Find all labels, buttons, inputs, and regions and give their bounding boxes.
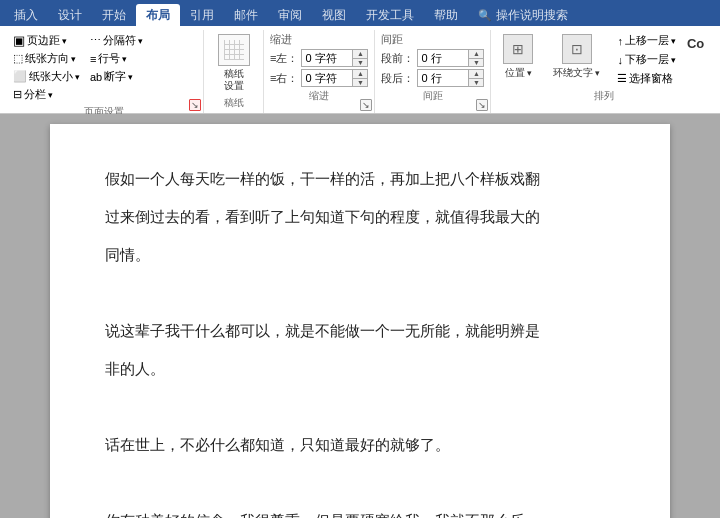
tab-layout[interactable]: 布局 — [136, 4, 180, 26]
tab-mail[interactable]: 邮件 — [224, 4, 268, 26]
tab-review[interactable]: 审阅 — [268, 4, 312, 26]
hyphen-button[interactable]: ab 断字 ▾ — [87, 68, 146, 85]
orientation-button[interactable]: ⬚ 纸张方向 ▾ — [10, 50, 83, 67]
arrange-group: ⊞ 位置 ▾ ⊡ 环绕文字 ▾ — [491, 30, 716, 113]
search-icon: 🔍 — [478, 9, 492, 22]
up-layer-button[interactable]: ↑ 上移一层 ▾ — [614, 32, 679, 49]
spacing-after-label: 段后： — [381, 71, 414, 86]
select-pane-icon: ☰ — [617, 72, 627, 85]
tab-devtools[interactable]: 开发工具 — [356, 4, 424, 26]
spacing-before-up[interactable]: ▲ — [469, 50, 483, 58]
ribbon-toolbar: ▣ 页边距 ▾ ⬚ 纸张方向 ▾ ⬜ 纸张大小 ▾ ⊟ 分栏 ▾ — [0, 26, 720, 114]
margin-icon: ▣ — [13, 33, 25, 48]
document-text: 假如一个人每天吃一样的饭，干一样的活，再加上把八个样板戏翻 过来倒过去的看，看到… — [105, 164, 615, 518]
paragraph-5: 说这辈子我干什么都可以，就是不能做一个一无所能，就能明辨是 — [105, 316, 615, 346]
hyphen-dropdown-icon: ▾ — [128, 72, 133, 82]
indent-header: 缩进 — [270, 32, 292, 47]
spacing-dialog-launcher[interactable]: ↘ — [476, 99, 488, 111]
tab-search[interactable]: 🔍 操作说明搜索 — [468, 4, 578, 26]
column-icon: ⊟ — [13, 88, 22, 101]
position-button[interactable]: ⊞ 位置 ▾ — [497, 32, 539, 82]
size-icon: ⬜ — [13, 70, 27, 83]
position-col: ⊞ 位置 ▾ — [497, 32, 539, 82]
spacing-before-input[interactable]: ▲ ▼ — [417, 49, 484, 67]
margin-button[interactable]: ▣ 页边距 ▾ — [10, 32, 83, 49]
spacing-after-spin: ▲ ▼ — [468, 70, 483, 86]
indent-left-row: ≡左： ▲ ▼ — [270, 49, 368, 67]
spacing-before-field[interactable] — [418, 50, 468, 66]
indent-right-down[interactable]: ▼ — [353, 78, 367, 86]
breaks-button[interactable]: ⋯ 分隔符 ▾ — [87, 32, 146, 49]
indent-right-input[interactable]: ▲ ▼ — [301, 69, 368, 87]
up-layer-dropdown-icon: ▾ — [671, 36, 676, 46]
page-setup-group: ▣ 页边距 ▾ ⬚ 纸张方向 ▾ ⬜ 纸张大小 ▾ ⊟ 分栏 ▾ — [4, 30, 204, 113]
arrange-group-label: 排列 — [497, 87, 710, 105]
spacing-col: 段前： ▲ ▼ 段后： ▲ ▼ — [381, 49, 484, 87]
tab-start[interactable]: 开始 — [92, 4, 136, 26]
down-layer-dropdown-icon: ▾ — [671, 55, 676, 65]
spacing-before-spin: ▲ ▼ — [468, 50, 483, 66]
tab-view[interactable]: 视图 — [312, 4, 356, 26]
tab-help[interactable]: 帮助 — [424, 4, 468, 26]
line-icon: ≡ — [90, 53, 96, 65]
spacing-after-field[interactable] — [418, 70, 468, 86]
paragraph-2: 过来倒过去的看，看到听了上句知道下句的程度，就值得我最大的 — [105, 202, 615, 232]
indent-left-down[interactable]: ▼ — [353, 58, 367, 66]
column-button[interactable]: ⊟ 分栏 ▾ — [10, 86, 83, 103]
spacing-after-down[interactable]: ▼ — [469, 78, 483, 86]
watermark-label: 稿纸设置 — [224, 68, 244, 92]
page-setup-right: ⋯ 分隔符 ▾ ≡ 行号 ▾ ab 断字 ▾ — [87, 32, 146, 85]
breaks-dropdown-icon: ▾ — [138, 36, 143, 46]
column-dropdown-icon: ▾ — [48, 90, 53, 100]
indent-left-field[interactable] — [302, 50, 352, 66]
down-layer-icon: ↓ — [617, 54, 623, 66]
envtext-icon: ⊡ — [562, 34, 592, 64]
spacing-after-up[interactable]: ▲ — [469, 70, 483, 78]
watermark-group: 稿纸设置 稿纸 — [204, 30, 264, 113]
paragraph-1: 假如一个人每天吃一样的饭，干一样的活，再加上把八个样板戏翻 — [105, 164, 615, 194]
paragraph-7 — [105, 392, 615, 422]
position-dropdown-icon: ▾ — [527, 68, 532, 78]
tab-reference[interactable]: 引用 — [180, 4, 224, 26]
paragraph-3: 同情。 — [105, 240, 615, 270]
watermark-button[interactable]: 稿纸设置 — [214, 32, 254, 94]
indent-group: 缩进 ≡左： ▲ ▼ ≡右： ▲ ▼ — [264, 30, 375, 113]
up-layer-icon: ↑ — [617, 35, 623, 47]
spacing-before-row: 段前： ▲ ▼ — [381, 49, 484, 67]
tab-insert[interactable]: 插入 — [4, 4, 48, 26]
margin-dropdown-icon: ▾ — [62, 36, 67, 46]
indent-dialog-launcher[interactable]: ↘ — [360, 99, 372, 111]
tab-design[interactable]: 设计 — [48, 4, 92, 26]
breaks-icon: ⋯ — [90, 34, 101, 47]
envtext-label: 环绕文字 ▾ — [553, 66, 600, 80]
co-label: Co — [687, 32, 704, 51]
indent-right-spin: ▲ ▼ — [352, 70, 367, 86]
page-setup-dialog-launcher[interactable]: ↘ — [189, 99, 201, 111]
indent-left-input[interactable]: ▲ ▼ — [301, 49, 368, 67]
document-area: ⌐ ¬ 假如一个人每天吃一样的饭，干一样的活，再加上把八个样板戏翻 过来倒过去的… — [0, 114, 720, 518]
watermark-content: 稿纸设置 — [210, 32, 257, 94]
paragraph-6: 非的人。 — [105, 354, 615, 384]
page-setup-content: ▣ 页边距 ▾ ⬚ 纸张方向 ▾ ⬜ 纸张大小 ▾ ⊟ 分栏 ▾ — [10, 32, 197, 103]
indent-right-up[interactable]: ▲ — [353, 70, 367, 78]
size-button[interactable]: ⬜ 纸张大小 ▾ — [10, 68, 83, 85]
indent-left-label: ≡左： — [270, 51, 298, 66]
spacing-before-label: 段前： — [381, 51, 414, 66]
paragraph-10: 你有种美好的信念，我很尊重，但是要硬塞给我，我就不那么乐 — [105, 506, 615, 518]
envtext-button[interactable]: ⊡ 环绕文字 ▾ — [547, 32, 606, 82]
layer-col: ↑ 上移一层 ▾ ↓ 下移一层 ▾ ☰ 选择窗格 — [614, 32, 679, 87]
page-setup-left: ▣ 页边距 ▾ ⬚ 纸张方向 ▾ ⬜ 纸张大小 ▾ ⊟ 分栏 ▾ — [10, 32, 83, 103]
arrange-content: ⊞ 位置 ▾ ⊡ 环绕文字 ▾ — [497, 32, 710, 87]
envtext-col: ⊡ 环绕文字 ▾ — [547, 32, 606, 82]
select-pane-button[interactable]: ☰ 选择窗格 — [614, 70, 679, 87]
spacing-before-down[interactable]: ▼ — [469, 58, 483, 66]
down-layer-button[interactable]: ↓ 下移一层 ▾ — [614, 51, 679, 68]
spacing-after-input[interactable]: ▲ ▼ — [417, 69, 484, 87]
size-dropdown-icon: ▾ — [75, 72, 80, 82]
spacing-after-row: 段后： ▲ ▼ — [381, 69, 484, 87]
line-button[interactable]: ≡ 行号 ▾ — [87, 50, 146, 67]
indent-left-spin: ▲ ▼ — [352, 50, 367, 66]
paragraph-8: 话在世上，不必什么都知道，只知道最好的就够了。 — [105, 430, 615, 460]
indent-left-up[interactable]: ▲ — [353, 50, 367, 58]
indent-right-field[interactable] — [302, 70, 352, 86]
